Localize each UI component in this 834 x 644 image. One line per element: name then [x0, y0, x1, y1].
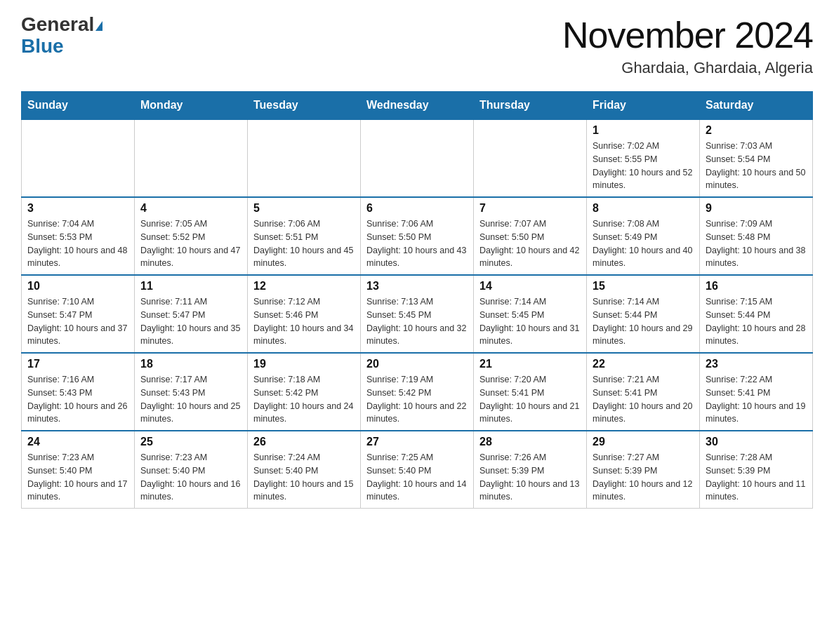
day-info: Sunrise: 7:12 AMSunset: 5:46 PMDaylight:…	[253, 295, 355, 348]
day-info: Sunrise: 7:15 AMSunset: 5:44 PMDaylight:…	[706, 295, 807, 348]
calendar-cell: 21Sunrise: 7:20 AMSunset: 5:41 PMDayligh…	[474, 353, 587, 431]
calendar-cell: 20Sunrise: 7:19 AMSunset: 5:42 PMDayligh…	[361, 353, 474, 431]
day-number: 24	[27, 436, 128, 448]
day-number: 7	[479, 202, 581, 215]
calendar-cell: 13Sunrise: 7:13 AMSunset: 5:45 PMDayligh…	[361, 275, 474, 353]
day-info: Sunrise: 7:05 AMSunset: 5:52 PMDaylight:…	[140, 217, 241, 270]
calendar-cell: 12Sunrise: 7:12 AMSunset: 5:46 PMDayligh…	[248, 275, 361, 353]
calendar-cell: 9Sunrise: 7:09 AMSunset: 5:48 PMDaylight…	[700, 197, 813, 275]
day-info: Sunrise: 7:04 AMSunset: 5:53 PMDaylight:…	[27, 217, 128, 270]
month-title: November 2024	[562, 14, 813, 56]
day-number: 11	[140, 280, 241, 293]
calendar-cell: 8Sunrise: 7:08 AMSunset: 5:49 PMDaylight…	[587, 197, 700, 275]
day-number: 5	[253, 202, 355, 215]
calendar-cell	[361, 119, 474, 197]
col-header-monday: Monday	[135, 92, 248, 120]
day-info: Sunrise: 7:27 AMSunset: 5:39 PMDaylight:…	[593, 451, 694, 504]
day-info: Sunrise: 7:18 AMSunset: 5:42 PMDaylight:…	[253, 373, 355, 426]
day-info: Sunrise: 7:19 AMSunset: 5:42 PMDaylight:…	[366, 373, 468, 426]
calendar-cell: 18Sunrise: 7:17 AMSunset: 5:43 PMDayligh…	[135, 353, 248, 431]
day-number: 28	[479, 436, 581, 448]
day-number: 19	[253, 358, 355, 370]
col-header-friday: Friday	[587, 92, 700, 120]
col-header-saturday: Saturday	[700, 92, 813, 120]
day-info: Sunrise: 7:23 AMSunset: 5:40 PMDaylight:…	[140, 451, 241, 504]
calendar-cell	[135, 119, 248, 197]
calendar-cell: 7Sunrise: 7:07 AMSunset: 5:50 PMDaylight…	[474, 197, 587, 275]
week-row-4: 17Sunrise: 7:16 AMSunset: 5:43 PMDayligh…	[22, 353, 813, 431]
calendar-cell: 3Sunrise: 7:04 AMSunset: 5:53 PMDaylight…	[22, 197, 135, 275]
day-info: Sunrise: 7:20 AMSunset: 5:41 PMDaylight:…	[479, 373, 581, 426]
calendar-cell: 19Sunrise: 7:18 AMSunset: 5:42 PMDayligh…	[248, 353, 361, 431]
calendar-cell: 6Sunrise: 7:06 AMSunset: 5:50 PMDaylight…	[361, 197, 474, 275]
logo-top-line: General	[21, 14, 102, 36]
day-info: Sunrise: 7:14 AMSunset: 5:44 PMDaylight:…	[593, 295, 694, 348]
day-info: Sunrise: 7:08 AMSunset: 5:49 PMDaylight:…	[593, 217, 694, 270]
day-info: Sunrise: 7:06 AMSunset: 5:51 PMDaylight:…	[253, 217, 355, 270]
day-number: 17	[27, 358, 128, 370]
col-header-sunday: Sunday	[22, 92, 135, 120]
calendar-cell: 25Sunrise: 7:23 AMSunset: 5:40 PMDayligh…	[135, 431, 248, 509]
day-number: 10	[27, 280, 128, 293]
day-info: Sunrise: 7:13 AMSunset: 5:45 PMDaylight:…	[366, 295, 468, 348]
day-number: 23	[706, 358, 807, 370]
day-number: 14	[479, 280, 581, 293]
day-info: Sunrise: 7:02 AMSunset: 5:55 PMDaylight:…	[593, 140, 694, 192]
calendar-cell: 1Sunrise: 7:02 AMSunset: 5:55 PMDaylight…	[587, 119, 700, 197]
day-number: 21	[479, 358, 581, 370]
calendar-cell: 14Sunrise: 7:14 AMSunset: 5:45 PMDayligh…	[474, 275, 587, 353]
day-number: 8	[593, 202, 694, 215]
calendar-cell: 4Sunrise: 7:05 AMSunset: 5:52 PMDaylight…	[135, 197, 248, 275]
title-block: November 2024 Ghardaia, Ghardaia, Algeri…	[562, 14, 813, 77]
day-number: 6	[366, 202, 468, 215]
col-header-thursday: Thursday	[474, 92, 587, 120]
day-info: Sunrise: 7:16 AMSunset: 5:43 PMDaylight:…	[27, 373, 128, 426]
day-info: Sunrise: 7:22 AMSunset: 5:41 PMDaylight:…	[706, 373, 807, 426]
calendar-cell: 2Sunrise: 7:03 AMSunset: 5:54 PMDaylight…	[700, 119, 813, 197]
calendar-cell: 16Sunrise: 7:15 AMSunset: 5:44 PMDayligh…	[700, 275, 813, 353]
page-header: General Blue November 2024 Ghardaia, Gha…	[21, 14, 813, 77]
logo-blue-text: Blue	[21, 36, 102, 58]
calendar-cell	[474, 119, 587, 197]
col-header-tuesday: Tuesday	[248, 92, 361, 120]
day-number: 9	[706, 202, 807, 215]
day-number: 25	[140, 436, 241, 448]
day-info: Sunrise: 7:24 AMSunset: 5:40 PMDaylight:…	[253, 451, 355, 504]
day-number: 15	[593, 280, 694, 293]
week-row-3: 10Sunrise: 7:10 AMSunset: 5:47 PMDayligh…	[22, 275, 813, 353]
day-number: 4	[140, 202, 241, 215]
calendar-cell: 11Sunrise: 7:11 AMSunset: 5:47 PMDayligh…	[135, 275, 248, 353]
logo-triangle-icon	[95, 21, 102, 31]
day-info: Sunrise: 7:14 AMSunset: 5:45 PMDaylight:…	[479, 295, 581, 348]
day-number: 22	[593, 358, 694, 370]
day-info: Sunrise: 7:21 AMSunset: 5:41 PMDaylight:…	[593, 373, 694, 426]
logo: General Blue	[21, 14, 102, 58]
logo-general-text: General	[21, 13, 94, 35]
calendar-cell: 28Sunrise: 7:26 AMSunset: 5:39 PMDayligh…	[474, 431, 587, 509]
day-info: Sunrise: 7:07 AMSunset: 5:50 PMDaylight:…	[479, 217, 581, 270]
calendar-cell: 30Sunrise: 7:28 AMSunset: 5:39 PMDayligh…	[700, 431, 813, 509]
day-number: 27	[366, 436, 468, 448]
day-number: 18	[140, 358, 241, 370]
day-number: 2	[706, 124, 807, 137]
calendar-cell: 29Sunrise: 7:27 AMSunset: 5:39 PMDayligh…	[587, 431, 700, 509]
day-info: Sunrise: 7:09 AMSunset: 5:48 PMDaylight:…	[706, 217, 807, 270]
location-text: Ghardaia, Ghardaia, Algeria	[562, 59, 813, 77]
day-info: Sunrise: 7:11 AMSunset: 5:47 PMDaylight:…	[140, 295, 241, 348]
day-info: Sunrise: 7:06 AMSunset: 5:50 PMDaylight:…	[366, 217, 468, 270]
day-info: Sunrise: 7:23 AMSunset: 5:40 PMDaylight:…	[27, 451, 128, 504]
day-number: 16	[706, 280, 807, 293]
day-number: 26	[253, 436, 355, 448]
day-number: 12	[253, 280, 355, 293]
calendar-cell: 26Sunrise: 7:24 AMSunset: 5:40 PMDayligh…	[248, 431, 361, 509]
day-number: 20	[366, 358, 468, 370]
calendar-cell: 23Sunrise: 7:22 AMSunset: 5:41 PMDayligh…	[700, 353, 813, 431]
col-header-wednesday: Wednesday	[361, 92, 474, 120]
day-number: 30	[706, 436, 807, 448]
day-number: 1	[593, 124, 694, 137]
calendar-cell: 17Sunrise: 7:16 AMSunset: 5:43 PMDayligh…	[22, 353, 135, 431]
day-info: Sunrise: 7:03 AMSunset: 5:54 PMDaylight:…	[706, 140, 807, 192]
day-info: Sunrise: 7:17 AMSunset: 5:43 PMDaylight:…	[140, 373, 241, 426]
week-row-1: 1Sunrise: 7:02 AMSunset: 5:55 PMDaylight…	[22, 119, 813, 197]
calendar-table: SundayMondayTuesdayWednesdayThursdayFrid…	[21, 91, 813, 509]
